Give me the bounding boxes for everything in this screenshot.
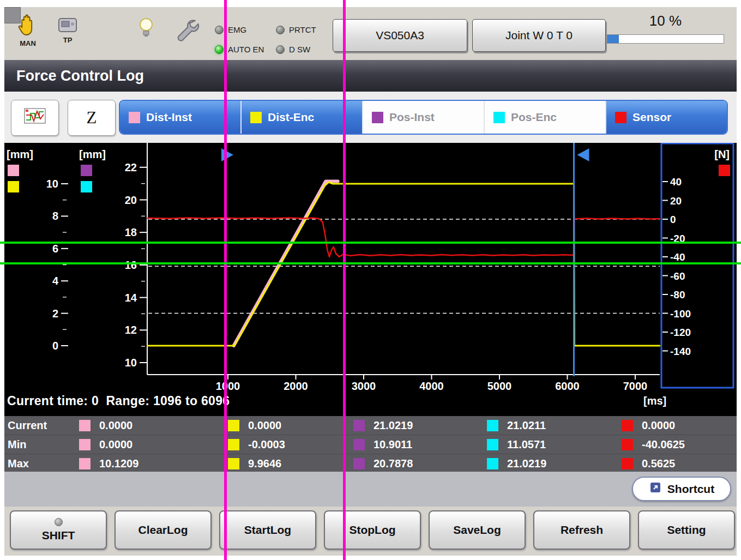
z-axis-label: Z — [87, 108, 97, 128]
svg-text:3000: 3000 — [352, 380, 376, 392]
value-text: 0.0000 — [642, 419, 675, 432]
shortcut-button[interactable]: Shortcut — [632, 477, 731, 501]
current-time-range-text: Current time: 0 Range: 1096 to 6096 — [7, 394, 230, 408]
tab-label: Dist-Inst — [146, 111, 192, 124]
row-label: Max — [8, 457, 29, 470]
manual-mode-button[interactable]: MAN — [14, 13, 41, 47]
series-color-swatch — [250, 112, 262, 123]
value-text: 21.0219 — [507, 457, 546, 470]
value-text: -40.0625 — [642, 438, 685, 451]
title-bar: Force Control Log — [4, 60, 737, 92]
table-row-min: Min0.0000-0.000310.901111.0571-40.0625 — [4, 435, 737, 454]
d-sw-led-icon — [276, 45, 285, 54]
button-label: Refresh — [561, 523, 603, 537]
series-color-swatch — [129, 112, 140, 123]
force-log-chart[interactable]: 1000200030004000500060007000108642022201… — [4, 143, 737, 416]
series-color-swatch — [622, 439, 633, 450]
series-color-swatch — [353, 439, 365, 450]
setting-button[interactable]: Setting — [638, 510, 735, 550]
value-cell: 21.0219 — [487, 457, 546, 470]
svg-text:6000: 6000 — [555, 380, 580, 392]
lamp-icon — [138, 17, 154, 42]
button-label: SaveLog — [453, 523, 501, 537]
value-cell: 10.9011 — [353, 438, 412, 451]
refresh-button[interactable]: Refresh — [533, 510, 630, 550]
svg-text:[mm]: [mm] — [7, 148, 33, 160]
measurement-table: Current0.00000.000021.021921.02110.0000M… — [4, 416, 737, 472]
svg-text:20: 20 — [125, 194, 137, 206]
robot-select-button[interactable]: VS050A3 — [333, 19, 467, 52]
led-label: AUTO EN — [228, 45, 264, 54]
stoplog-button[interactable]: StopLog — [324, 510, 421, 550]
value-text: 0.0000 — [99, 438, 132, 451]
tab-pos-enc[interactable]: Pos-Enc — [485, 101, 606, 134]
value-text: 21.0211 — [507, 419, 546, 432]
shift-button[interactable]: SHIFT — [10, 510, 107, 550]
tab-sensor[interactable]: Sensor — [606, 101, 727, 134]
svg-text:-80: -80 — [670, 289, 685, 300]
coordinate-mode-button[interactable]: Joint W 0 T 0 — [472, 19, 606, 52]
svg-text:2: 2 — [52, 308, 58, 320]
svg-text:20: 20 — [670, 195, 682, 207]
lamp-button[interactable] — [138, 17, 154, 42]
value-cell: 0.0000 — [79, 419, 132, 432]
value-text: 20.7878 — [373, 457, 413, 470]
svg-text:10: 10 — [125, 357, 137, 369]
button-label: SHIFT — [42, 529, 75, 542]
shortcut-icon — [649, 481, 662, 497]
svg-text:-100: -100 — [670, 308, 691, 320]
annotation-vline-1 — [224, 0, 227, 560]
tab-pos-inst[interactable]: Pos-Inst — [363, 101, 485, 134]
series-color-swatch — [487, 420, 498, 431]
clearlog-button[interactable]: ClearLog — [115, 510, 212, 550]
tab-dist-inst[interactable]: Dist-Inst — [120, 101, 242, 134]
svg-text:40: 40 — [670, 176, 682, 188]
value-cell: 10.1209 — [79, 457, 138, 470]
series-color-swatch — [228, 420, 239, 431]
svg-text:-40: -40 — [670, 251, 685, 263]
svg-text:-140: -140 — [670, 346, 691, 357]
chart-mode-button[interactable] — [11, 100, 59, 136]
value-text: 11.0571 — [507, 438, 546, 451]
led-emg: EMG — [215, 25, 246, 34]
maintenance-button[interactable] — [174, 18, 200, 45]
teach-pendant-button[interactable]: TP — [57, 17, 79, 44]
wrench-icon — [174, 18, 200, 45]
svg-text:[mm]: [mm] — [79, 148, 106, 160]
led-d-sw: D SW — [276, 45, 310, 54]
value-text: 0.5625 — [642, 457, 675, 470]
tab-label: Sensor — [632, 111, 671, 124]
speed-progress-bar — [607, 34, 724, 44]
series-color-swatch — [487, 439, 498, 450]
svg-text:1000: 1000 — [216, 380, 240, 392]
value-cell: -40.0625 — [622, 438, 685, 451]
row-label: Current — [8, 419, 47, 432]
table-row-current: Current0.00000.000021.021921.02110.0000 — [4, 416, 737, 435]
ms-unit-label: [ms] — [643, 395, 666, 407]
value-cell: 20.7878 — [353, 457, 413, 470]
page-title: Force Control Log — [16, 68, 144, 85]
svg-text:6: 6 — [52, 243, 58, 255]
value-cell: 21.0211 — [487, 419, 546, 432]
annotation-vline-2 — [343, 0, 346, 560]
speed-percent-text: 10 % — [607, 13, 724, 29]
startlog-button[interactable]: StartLog — [219, 510, 316, 550]
value-cell: 11.0571 — [487, 438, 546, 451]
coordinate-mode-text: Joint W 0 T 0 — [505, 29, 573, 42]
button-label: Setting — [667, 523, 706, 537]
series-color-swatch — [487, 458, 498, 469]
z-axis-button[interactable]: Z — [68, 100, 116, 136]
value-cell: 21.0219 — [353, 419, 413, 432]
tp-label: TP — [63, 36, 73, 44]
series-color-swatch — [353, 420, 365, 431]
value-text: -0.0003 — [248, 438, 285, 451]
tab-label: Dist-Enc — [268, 111, 314, 124]
svg-text:14: 14 — [125, 292, 137, 304]
value-text: 10.9011 — [373, 438, 412, 451]
tab-label: Pos-Inst — [389, 111, 435, 124]
robot-name: VS050A3 — [376, 29, 424, 42]
svg-text:-60: -60 — [670, 270, 685, 282]
svg-text:10: 10 — [46, 178, 58, 190]
savelog-button[interactable]: SaveLog — [429, 510, 526, 550]
value-cell: 9.9646 — [228, 457, 281, 470]
